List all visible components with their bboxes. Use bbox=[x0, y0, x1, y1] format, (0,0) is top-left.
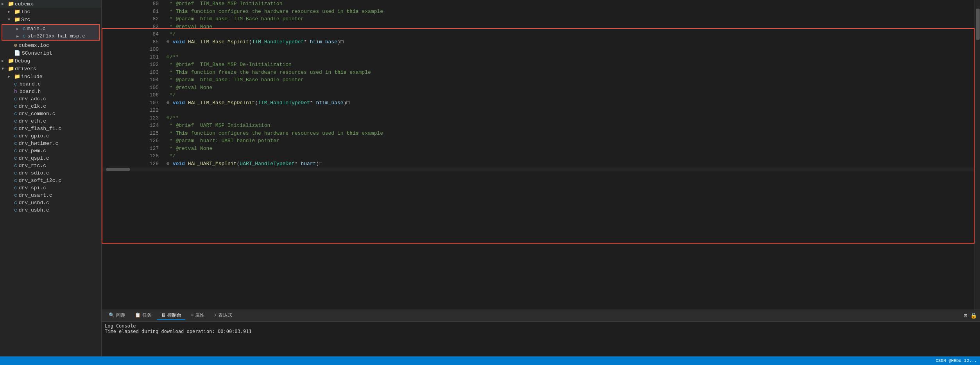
sidebar-item-debug[interactable]: ▶ 📁 Debug bbox=[0, 57, 101, 65]
sidebar-item-drv-gpio[interactable]: ▶ c drv_gpio.c bbox=[0, 132, 101, 140]
line-number: 128 bbox=[102, 152, 163, 160]
line-content bbox=[163, 46, 975, 53]
sidebar-item-src[interactable]: ▼ 📁 Src bbox=[0, 16, 101, 23]
code-container[interactable]: 80 * @brief TIM_Base MSP Initialization … bbox=[102, 0, 975, 310]
sidebar-item-drivers[interactable]: ▼ 📁 drivers bbox=[0, 65, 101, 73]
line-content: */ bbox=[163, 91, 975, 99]
code-line-82: 82 * @param htim_base: TIM_Base handle p… bbox=[102, 15, 975, 23]
horizontal-scrollbar[interactable] bbox=[102, 167, 975, 171]
selected-files-group: ▶ c main.c ▶ c stm32f1xx_hal_msp.c bbox=[2, 24, 100, 41]
file-misc-icon: 📄 bbox=[14, 50, 20, 56]
line-content: ⊖/** bbox=[163, 53, 975, 61]
sidebar[interactable]: ▶ 📁 cubemx ▶ 📁 Inc ▼ 📁 Src ▶ c main.c ▶ bbox=[0, 0, 102, 356]
line-number: 124 bbox=[102, 122, 163, 130]
line-content: * @retval None bbox=[163, 23, 975, 31]
tab-console[interactable]: 🖥 控制台 bbox=[157, 311, 185, 320]
sidebar-item-drv-pwm[interactable]: ▶ c drv_pwm.c bbox=[0, 147, 101, 155]
file-c-icon: c bbox=[23, 26, 26, 32]
scrollbar-thumb-horizontal[interactable] bbox=[106, 168, 130, 171]
panel-tabs: 🔍 问题 📋 任务 🖥 控制台 ≡ 属性 ⚡ 表达式 bbox=[102, 310, 980, 322]
line-content: * @retval None bbox=[163, 145, 975, 153]
code-line-106: 106 */ bbox=[102, 91, 975, 99]
file-c-icon: c bbox=[14, 118, 17, 124]
sidebar-item-label: drv_rtc.c bbox=[17, 163, 101, 169]
sidebar-item-drv-adc[interactable]: ▶ c drv_adc.c bbox=[0, 95, 101, 103]
tab-expressions[interactable]: ⚡ 表达式 bbox=[210, 311, 236, 320]
sidebar-item-label: stm32f1xx_hal_msp.c bbox=[26, 33, 99, 39]
arrow-icon: ▶ bbox=[2, 2, 8, 6]
file-c-icon: c bbox=[14, 81, 17, 87]
sidebar-item-include[interactable]: ▶ 📁 include bbox=[0, 73, 101, 80]
sidebar-item-label: drv_common.c bbox=[17, 111, 101, 117]
line-number: 84 bbox=[102, 30, 163, 38]
sidebar-item-label: drv_spi.c bbox=[17, 185, 101, 191]
folder-icon: 📁 bbox=[8, 66, 14, 72]
sidebar-item-drv-clk[interactable]: ▶ c drv_clk.c bbox=[0, 103, 101, 110]
panel-action-icon[interactable]: ⊡ bbox=[964, 312, 967, 319]
sidebar-item-cubemx-ioc[interactable]: ▶ ⚙ cubemx.ioc bbox=[0, 41, 101, 49]
sidebar-item-drv-eth[interactable]: ▶ c drv_eth.c bbox=[0, 118, 101, 125]
line-number: 82 bbox=[102, 15, 163, 23]
sidebar-item-label: board.h bbox=[18, 89, 101, 94]
sidebar-item-drv-common[interactable]: ▶ c drv_common.c bbox=[0, 110, 101, 118]
code-line-83: 83 * @retval None bbox=[102, 23, 975, 31]
sidebar-item-drv-hwtimer[interactable]: ▶ c drv_hwtimer.c bbox=[0, 140, 101, 147]
tab-label: 控制台 bbox=[167, 312, 181, 319]
sidebar-item-label: Debug bbox=[14, 58, 101, 64]
sidebar-item-sconscript[interactable]: ▶ 📄 SConscript bbox=[0, 49, 101, 57]
line-number: 107 bbox=[102, 99, 163, 107]
sidebar-item-drv-soft-i2c[interactable]: ▶ c drv_soft_i2c.c bbox=[0, 177, 101, 184]
code-line-80: 80 * @brief TIM_Base MSP Initialization bbox=[102, 0, 975, 8]
sidebar-item-cubemx[interactable]: ▶ 📁 cubemx bbox=[0, 0, 101, 8]
sidebar-item-drv-qspi[interactable]: ▶ c drv_qspi.c bbox=[0, 155, 101, 162]
sidebar-item-drv-flash[interactable]: ▶ c drv_flash_f1.c bbox=[0, 125, 101, 132]
sidebar-item-drv-sdio[interactable]: ▶ c drv_sdio.c bbox=[0, 169, 101, 177]
code-line-85: 85 ⊕ void HAL_TIM_Base_MspInit(TIM_Handl… bbox=[102, 38, 975, 46]
sidebar-item-label: drv_hwtimer.c bbox=[17, 141, 101, 146]
tab-properties[interactable]: ≡ 属性 bbox=[187, 311, 208, 320]
sidebar-item-drv-usart[interactable]: ▶ c drv_usart.c bbox=[0, 192, 101, 199]
panel-content: Log Console Time elapsed during download… bbox=[102, 322, 980, 356]
tab-tasks[interactable]: 📋 任务 bbox=[131, 311, 156, 320]
panel-lock-icon[interactable]: 🔒 bbox=[970, 312, 977, 319]
line-content: ⊕ void HAL_UART_MspInit(UART_HandleTypeD… bbox=[163, 160, 975, 168]
tasks-icon: 📋 bbox=[135, 312, 141, 318]
file-c-icon: c bbox=[14, 111, 17, 117]
code-line-104: 104 * @param htim_base: TIM_Base handle … bbox=[102, 76, 975, 84]
tab-problems[interactable]: 🔍 问题 bbox=[105, 311, 129, 320]
code-line-101: 101 ⊖/** bbox=[102, 53, 975, 61]
line-content: * @brief TIM_Base MSP Initialization bbox=[163, 0, 975, 8]
sidebar-item-label: main.c bbox=[26, 26, 99, 32]
main-container: ▶ 📁 cubemx ▶ 📁 Inc ▼ 📁 Src ▶ c main.c ▶ bbox=[0, 0, 980, 356]
line-content: */ bbox=[163, 152, 975, 160]
sidebar-item-main-c[interactable]: ▶ c main.c bbox=[2, 25, 99, 32]
file-c-icon: c bbox=[14, 141, 17, 146]
line-number: 104 bbox=[102, 76, 163, 84]
sidebar-item-inc[interactable]: ▶ 📁 Inc bbox=[0, 8, 101, 16]
sidebar-item-drv-usbh[interactable]: ▶ c drv_usbh.c bbox=[0, 207, 101, 214]
line-number: 85 bbox=[102, 38, 163, 46]
line-content: * @param huart: UART handle pointer bbox=[163, 137, 975, 145]
folder-icon: 📁 bbox=[8, 58, 14, 64]
sidebar-item-board-h[interactable]: ▶ h board.h bbox=[0, 88, 101, 95]
folder-icon: 📁 bbox=[14, 16, 20, 23]
sidebar-item-drv-usbd[interactable]: ▶ c drv_usbd.c bbox=[0, 199, 101, 207]
line-number: 129 bbox=[102, 160, 163, 168]
folder-icon: 📁 bbox=[14, 9, 20, 15]
sidebar-item-drv-spi[interactable]: ▶ c drv_spi.c bbox=[0, 184, 101, 192]
sidebar-item-label: Inc bbox=[20, 9, 101, 15]
sidebar-item-label: drv_gpio.c bbox=[17, 133, 101, 139]
search-icon: 🔍 bbox=[109, 312, 115, 318]
file-c-icon: c bbox=[14, 155, 17, 161]
code-line-100: 100 bbox=[102, 46, 975, 53]
file-c-icon: c bbox=[14, 170, 17, 176]
vertical-scrollbar[interactable] bbox=[975, 0, 980, 310]
sidebar-item-stm32-hal-msp[interactable]: ▶ c stm32f1xx_hal_msp.c bbox=[2, 32, 99, 40]
code-line-107: 107 ⊕ void HAL_TIM_Base_MspDeInit(TIM_Ha… bbox=[102, 99, 975, 107]
scrollbar-thumb-vertical[interactable] bbox=[976, 9, 980, 40]
code-line-128: 128 */ bbox=[102, 152, 975, 160]
sidebar-item-label: drv_soft_i2c.c bbox=[17, 178, 101, 183]
sidebar-item-drv-rtc[interactable]: ▶ c drv_rtc.c bbox=[0, 162, 101, 169]
status-bar: CSDN @HEbo_12... bbox=[0, 356, 980, 365]
sidebar-item-board-c[interactable]: ▶ c board.c bbox=[0, 80, 101, 88]
